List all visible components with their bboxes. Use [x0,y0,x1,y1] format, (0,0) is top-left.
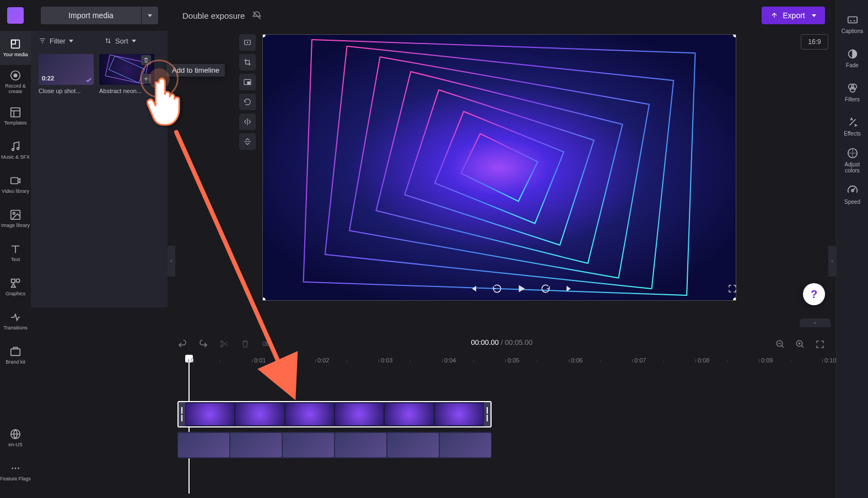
right-item-filters[interactable]: Filters [837,75,868,109]
play-icon [515,283,527,295]
add-to-timeline-tooltip: Add to timeline [166,64,225,77]
redo-button[interactable] [197,338,209,350]
zoom-fit-button[interactable] [814,338,826,350]
right-item-label: Filters [845,96,860,102]
import-media-button[interactable]: Import media [41,7,141,24]
sidebar-item-templates[interactable]: Templates [0,99,31,133]
crop-button[interactable] [239,54,256,71]
sidebar-item-text[interactable]: Text [0,236,31,270]
media-item[interactable]: 0:22 Close up shot... [39,54,94,94]
timeline-clip[interactable] [177,432,492,458]
timecode-total: 00:05.00 [505,338,533,347]
playback-controls [465,281,578,296]
delete-media-button[interactable] [141,55,151,65]
expand-right-panel-button[interactable] [828,246,836,277]
svg-point-3 [14,74,17,77]
sidebar-item-transitions[interactable]: Transitions [0,304,31,338]
forward-10-button[interactable] [538,281,553,296]
sidebar-item-image-library[interactable]: Image library [0,202,31,236]
graphics-icon [9,277,21,289]
collapse-panel-button[interactable] [168,246,175,277]
chevron-down-icon [812,14,816,17]
zoom-out-button[interactable] [774,338,786,350]
aspect-ratio-badge[interactable]: 16:9 [801,34,828,50]
chevron-down-icon [132,40,136,42]
ruler-tick: 0:01 [254,357,266,364]
clip-trim-handle-right[interactable] [484,402,490,426]
timeline-clip-selected[interactable] [177,401,492,427]
trash-icon [240,339,250,349]
split-button[interactable] [260,338,272,350]
media-item[interactable]: Abstract neon... [99,54,154,94]
flip-h-icon [243,117,252,126]
sidebar-item-video-library[interactable]: Video library [0,167,31,202]
filter-icon [39,37,46,45]
right-item-adjust-colors[interactable]: Adjust colors [837,143,868,177]
sort-icon [104,37,112,45]
timeline-ruler[interactable]: 00:010:020:030:040:050:060:070:080:090:1… [177,355,836,369]
back-10-button[interactable] [489,281,505,296]
export-button[interactable]: Export [762,7,825,24]
add-to-timeline-button[interactable] [141,74,151,84]
resize-handle-se[interactable] [733,297,736,301]
adjust-icon [847,147,859,159]
zoom-in-button[interactable] [794,338,806,350]
svg-point-27 [221,340,223,343]
clip-trim-handle-left[interactable] [179,402,185,426]
music-icon [9,140,21,153]
svg-point-24 [851,84,856,89]
right-item-captions[interactable]: Captions [837,7,868,41]
templates-icon [9,106,21,118]
record-icon [9,69,21,82]
right-item-speed[interactable]: Speed [837,177,868,212]
brand-kit-icon [9,345,21,358]
sort-button[interactable]: Sort [104,37,136,45]
preview-canvas[interactable] [262,34,736,301]
prev-frame-button[interactable] [465,281,481,296]
pip-button[interactable] [239,74,256,90]
flip-horizontal-button[interactable] [239,113,256,130]
sidebar-item-graphics[interactable]: Graphics [0,270,31,304]
rotate-button[interactable] [239,94,256,110]
chevron-left-icon [830,258,834,264]
right-item-effects[interactable]: Effects [837,109,868,143]
right-item-fade[interactable]: Fade [837,41,868,75]
sidebar-item-feature-flags[interactable]: Feature Flags [0,455,31,489]
project-title[interactable]: Double exposure [182,11,245,20]
fit-button[interactable] [239,34,256,51]
forward-10-icon [540,283,551,294]
play-button[interactable] [514,281,529,296]
right-item-label: Adjust colors [837,161,868,174]
filters-icon [847,82,859,94]
delete-clip-button[interactable] [239,338,251,350]
undo-button[interactable] [176,338,188,350]
timeline-tracks[interactable] [168,369,836,473]
ruler-tick: 0:03 [381,357,392,364]
zoom-in-icon [795,339,805,349]
track-row[interactable] [177,432,826,459]
track-row[interactable] [177,401,826,429]
cut-button[interactable] [218,338,230,350]
fullscreen-button[interactable] [725,281,740,296]
speed-icon [847,185,859,197]
sidebar-item-brand-kit[interactable]: Brand kit [0,338,31,372]
image-library-icon [9,209,21,221]
filter-button[interactable]: Filter [39,37,73,45]
added-check-icon [85,76,93,84]
sync-disabled-icon[interactable] [251,10,262,21]
collapse-bottom-button[interactable] [800,318,831,327]
media-thumbnail[interactable]: 0:22 [39,54,94,85]
sidebar-item-your-media[interactable]: Your media [0,31,31,65]
plus-icon [143,75,149,82]
help-button[interactable]: ? [803,283,825,305]
import-media-dropdown[interactable] [142,7,158,24]
sidebar-item-record-create[interactable]: Record & create [0,65,31,99]
app-logo[interactable] [0,0,31,31]
svg-rect-4 [11,108,20,117]
flip-vertical-button[interactable] [239,133,256,150]
preview-area [262,34,780,299]
next-frame-button[interactable] [562,281,578,296]
media-thumbnail[interactable] [99,54,154,85]
sidebar-item-music-sfx[interactable]: Music & SFX [0,133,31,167]
sidebar-item-language[interactable]: en-US [0,421,31,455]
